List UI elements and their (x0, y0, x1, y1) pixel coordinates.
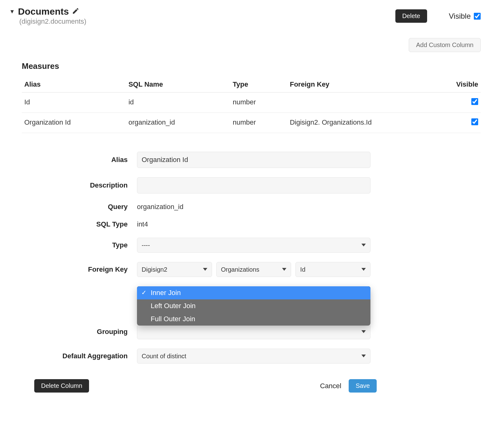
join-option-inner[interactable]: Inner Join (137, 286, 370, 299)
row-visible-checkbox[interactable] (471, 118, 478, 125)
delete-button[interactable]: Delete (395, 9, 427, 23)
grouping-select[interactable] (137, 324, 370, 339)
sql-type-value: int4 (137, 220, 370, 228)
default-agg-select[interactable]: Count of distinct (137, 349, 370, 364)
alias-input[interactable] (137, 152, 370, 168)
sql-type-label: SQL Type (40, 220, 137, 228)
page-title: Documents (18, 6, 69, 17)
description-label: Description (40, 181, 137, 189)
edit-icon[interactable] (72, 7, 79, 16)
page-subtitle: (digisign2.documents) (19, 17, 86, 26)
cell-fk (287, 93, 426, 113)
measures-table: Alias SQL Name Type Foreign Key Visible … (22, 77, 481, 133)
col-sql-name: SQL Name (126, 77, 230, 93)
join-type-dropdown: Inner Join Left Outer Join Full Outer Jo… (137, 286, 370, 326)
col-alias: Alias (22, 77, 126, 93)
type-label: Type (40, 241, 137, 249)
cell-alias: Organization Id (22, 113, 126, 133)
join-option-full-outer[interactable]: Full Outer Join (137, 312, 370, 326)
cell-sql-name: organization_id (126, 113, 230, 133)
query-label: Query (40, 203, 137, 211)
col-type: Type (230, 77, 287, 93)
description-input[interactable] (137, 177, 370, 193)
cell-fk: Digisign2. Organizations.Id (287, 113, 426, 133)
measures-heading: Measures (22, 61, 481, 71)
grouping-label: Grouping (40, 328, 137, 336)
fk-schema-select[interactable]: Digisign2 (137, 262, 212, 277)
visible-checkbox[interactable] (474, 13, 481, 20)
cancel-button[interactable]: Cancel (320, 382, 341, 390)
fk-table-select[interactable]: Organizations (216, 262, 291, 277)
row-visible-checkbox[interactable] (471, 98, 478, 105)
visible-label: Visible (449, 12, 471, 21)
join-option-left-outer[interactable]: Left Outer Join (137, 299, 370, 312)
col-visible: Visible (426, 77, 481, 93)
save-button[interactable]: Save (349, 379, 377, 393)
cell-type: number (230, 113, 287, 133)
cell-type: number (230, 93, 287, 113)
fk-label: Foreign Key (40, 265, 137, 274)
type-select[interactable]: ---- (137, 238, 370, 253)
alias-label: Alias (40, 156, 137, 164)
table-row[interactable]: Id id number (22, 93, 481, 113)
default-agg-label: Default Aggregation (40, 352, 137, 360)
query-value: organization_id (137, 203, 370, 211)
collapse-caret-icon[interactable]: ▼ (9, 9, 15, 14)
fk-column-select[interactable]: Id (295, 262, 370, 277)
cell-sql-name: id (126, 93, 230, 113)
add-custom-column-button[interactable]: Add Custom Column (409, 38, 481, 52)
col-foreign-key: Foreign Key (287, 77, 426, 93)
delete-column-button[interactable]: Delete Column (34, 379, 89, 393)
table-row[interactable]: Organization Id organization_id number D… (22, 113, 481, 133)
cell-alias: Id (22, 93, 126, 113)
